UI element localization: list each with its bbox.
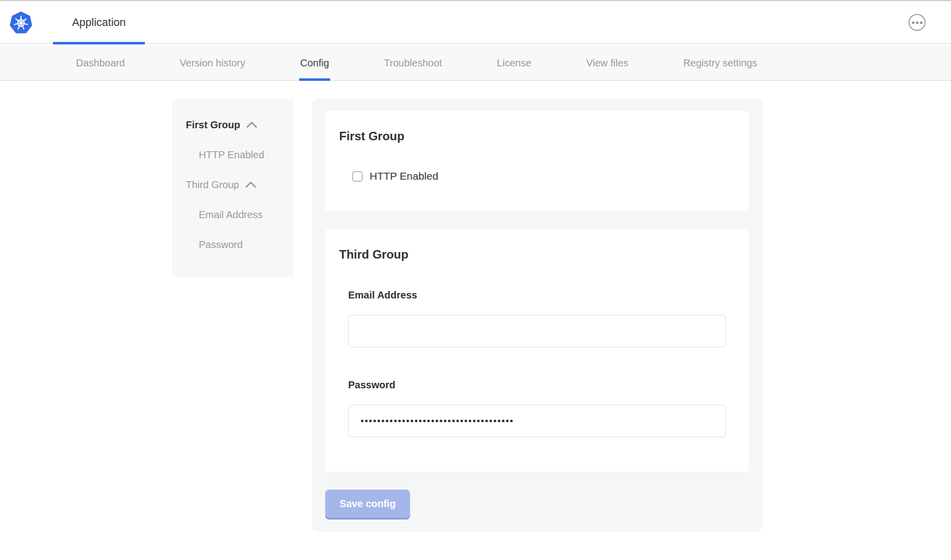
config-content-area: First Group HTTP Enabled Third Group Ema…: [312, 99, 762, 532]
ellipsis-icon: [912, 21, 915, 24]
kubernetes-logo-icon[interactable]: [9, 11, 33, 35]
chevron-up-icon: [245, 182, 256, 188]
sidebar-group-first-group[interactable]: First Group: [186, 110, 294, 140]
tab-registry-settings[interactable]: Registry settings: [682, 45, 758, 80]
tab-license[interactable]: License: [496, 45, 532, 80]
tab-troubleshoot[interactable]: Troubleshoot: [383, 45, 443, 80]
password-input[interactable]: [348, 405, 726, 437]
tab-view-files[interactable]: View files: [585, 45, 629, 80]
email-address-label: Email Address: [348, 289, 735, 301]
config-group-card-third: Third Group Email Address Password: [325, 229, 749, 472]
sidebar-item-label: HTTP Enabled: [199, 149, 264, 161]
sidebar-group-third-group[interactable]: Third Group: [186, 170, 294, 200]
config-sidebar: First Group HTTP Enabled Third Group Ema…: [172, 99, 294, 278]
sidebar-item-password[interactable]: Password: [186, 230, 294, 260]
sidebar-group-label: First Group: [186, 119, 240, 131]
app-nav-tabbar: Dashboard Version history Config Trouble…: [0, 45, 951, 81]
sidebar-item-email-address[interactable]: Email Address: [186, 200, 294, 230]
overflow-menu-button[interactable]: [909, 14, 926, 31]
application-tab[interactable]: Application: [53, 1, 145, 44]
password-label: Password: [348, 379, 735, 391]
save-config-button[interactable]: Save config: [325, 490, 410, 518]
ellipsis-icon: [920, 21, 923, 24]
ellipsis-icon: [916, 21, 919, 24]
tab-version-history[interactable]: Version history: [179, 45, 246, 80]
chevron-up-icon: [246, 122, 257, 128]
http-enabled-row: HTTP Enabled: [352, 170, 735, 182]
group-title: Third Group: [339, 247, 735, 262]
tab-config[interactable]: Config: [299, 45, 330, 80]
group-title: First Group: [339, 129, 735, 143]
sidebar-group-label: Third Group: [186, 179, 239, 191]
http-enabled-checkbox[interactable]: [352, 171, 363, 182]
sidebar-item-label: Password: [199, 239, 243, 251]
email-address-input[interactable]: [348, 315, 726, 347]
sidebar-item-label: Email Address: [199, 209, 263, 221]
tab-dashboard[interactable]: Dashboard: [75, 45, 126, 80]
top-bar: Application: [0, 0, 951, 44]
checkbox-label: HTTP Enabled: [370, 170, 438, 182]
email-address-field-block: Email Address Password: [348, 289, 735, 437]
sidebar-item-http-enabled[interactable]: HTTP Enabled: [186, 140, 294, 170]
config-group-card-first: First Group HTTP Enabled: [325, 111, 749, 211]
application-tab-label: Application: [72, 16, 126, 29]
